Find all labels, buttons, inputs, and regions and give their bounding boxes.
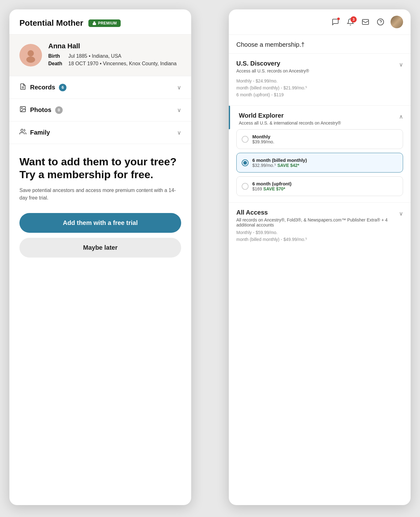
records-label: Records	[30, 84, 55, 91]
birth-label: Birth	[48, 53, 65, 59]
we-option-6month-billed[interactable]: 6 month (billed monthly) $32.99/mo.⁵ SAV…	[236, 153, 403, 173]
family-label: Family	[30, 129, 50, 136]
world-explorer-plan: World Explorer Access all U.S. & interna…	[229, 106, 411, 203]
photos-label: Photos	[30, 106, 51, 114]
us-discovery-pricing: Monthly - $24.99/mo. month (billed month…	[229, 78, 411, 105]
we-option-6month-billed-label: 6 month (billed monthly)	[252, 157, 307, 163]
us-discovery-plan: U.S. Discovery Access all U.S. records o…	[229, 54, 411, 106]
we-radio-monthly	[242, 136, 249, 143]
top-nav: 3	[229, 9, 411, 35]
death-label: Death	[48, 61, 65, 67]
we-radio-inner-6month-billed	[243, 161, 247, 165]
bell-icon[interactable]: 3	[345, 17, 355, 27]
avatar[interactable]	[391, 16, 403, 28]
right-panel: 3 Choose a membership.† U.S. Discovery A…	[229, 9, 411, 505]
message-icon[interactable]	[360, 17, 370, 27]
person-details: Anna Hall Birth Jul 1885 • Indiana, USA …	[48, 42, 181, 68]
we-option-monthly-label: Monthly	[252, 134, 274, 139]
svg-rect-3	[92, 23, 96, 25]
photos-row-left: Photos 0	[19, 106, 63, 114]
we-option-monthly-price: $39.99/mo.	[252, 139, 274, 144]
cta-headline: Want to add them to your tree? Try a mem…	[19, 155, 181, 181]
birth-value: Jul 1885 • Indiana, USA	[68, 53, 121, 59]
person-info: Anna Hall Birth Jul 1885 • Indiana, USA …	[9, 35, 191, 76]
records-count: 6	[59, 84, 66, 91]
records-icon	[19, 83, 26, 92]
we-option-6month-billed-text: 6 month (billed monthly) $32.99/mo.⁵ SAV…	[252, 157, 307, 168]
family-section[interactable]: Family ∨	[9, 121, 191, 144]
we-option-6month-upfront-text: 6 month (upfront) $169 SAVE $70*	[252, 181, 291, 191]
world-explorer-chevron: ∧	[399, 113, 403, 120]
all-access-plan: All Access All records on Ancestry®, Fol…	[229, 203, 411, 250]
svg-point-5	[26, 56, 35, 63]
we-option-6month-upfront-price: $169 SAVE $70*	[252, 186, 291, 191]
photos-count: 0	[55, 106, 63, 114]
death-value: 18 OCT 1970 • Vincennes, Knox County, In…	[68, 61, 176, 67]
us-discovery-price-3: 6 month (upfront) - $119	[236, 92, 403, 97]
add-free-trial-button[interactable]: Add them with a free trial	[19, 213, 181, 233]
svg-rect-0	[362, 19, 369, 24]
records-row-left: Records 6	[19, 83, 66, 92]
we-option-6month-upfront-label: 6 month (upfront)	[252, 181, 291, 186]
us-discovery-price-2: month (billed monthly) - $21.99/mo.⁵	[236, 85, 403, 90]
all-access-name: All Access	[236, 209, 395, 216]
family-icon	[19, 128, 26, 137]
membership-title: Choose a membership.†	[229, 35, 411, 54]
person-name: Anna Hall	[48, 42, 181, 50]
records-chevron: ∨	[177, 84, 181, 91]
world-explorer-options: Monthly $39.99/mo. 6 month (billed month…	[229, 129, 411, 202]
help-icon[interactable]	[375, 17, 386, 27]
all-access-price-1: Monthly - $59.99/mo.	[236, 230, 403, 235]
all-access-price-2: month (billed monthly) - $49.99/mo.⁵	[236, 237, 403, 242]
photos-chevron: ∨	[177, 107, 181, 114]
svg-point-4	[28, 50, 34, 56]
all-access-desc: All records on Ancestry®, Fold3®, & News…	[236, 217, 395, 227]
world-explorer-accent-bar	[229, 106, 230, 129]
chat-icon[interactable]	[330, 17, 340, 27]
cta-section: Want to add them to your tree? Try a mem…	[9, 144, 191, 268]
svg-point-9	[21, 108, 22, 109]
notification-count: 3	[350, 16, 357, 23]
cta-subtext: Save potential ancestors and access more…	[19, 187, 181, 202]
we-option-6month-upfront[interactable]: 6 month (upfront) $169 SAVE $70*	[236, 176, 403, 196]
we-radio-6month-billed	[242, 159, 249, 166]
person-title: Potential Mother	[19, 18, 83, 28]
us-discovery-desc: Access all U.S. records on Ancestry®	[236, 68, 395, 73]
us-discovery-name: U.S. Discovery	[236, 60, 395, 67]
person-birth: Birth Jul 1885 • Indiana, USA	[48, 53, 181, 59]
person-header: Potential Mother PREMIUM	[9, 9, 191, 35]
us-discovery-chevron: ∨	[399, 61, 403, 68]
all-access-chevron: ∨	[399, 210, 403, 217]
us-discovery-header[interactable]: U.S. Discovery Access all U.S. records o…	[229, 54, 411, 78]
person-avatar	[19, 44, 42, 67]
family-chevron: ∨	[177, 129, 181, 136]
maybe-later-button[interactable]: Maybe later	[19, 238, 181, 258]
photos-section[interactable]: Photos 0 ∨	[9, 99, 191, 121]
we-option-monthly[interactable]: Monthly $39.99/mo.	[236, 129, 403, 149]
all-access-pricing: Monthly - $59.99/mo. month (billed month…	[229, 230, 411, 250]
world-explorer-header[interactable]: World Explorer Access all U.S. & interna…	[229, 106, 411, 129]
we-option-monthly-text: Monthly $39.99/mo.	[252, 134, 274, 144]
svg-point-10	[21, 129, 23, 131]
all-access-header[interactable]: All Access All records on Ancestry®, Fol…	[229, 203, 411, 230]
left-panel: Potential Mother PREMIUM Anna Hall Birth…	[9, 9, 191, 505]
world-explorer-name: World Explorer	[239, 112, 395, 119]
us-discovery-price-1: Monthly - $24.99/mo.	[236, 78, 403, 83]
we-radio-6month-upfront	[242, 183, 249, 190]
records-section[interactable]: Records 6 ∨	[9, 76, 191, 99]
we-option-6month-billed-price: $32.99/mo.⁵ SAVE $42*	[252, 163, 307, 168]
premium-badge: PREMIUM	[88, 19, 121, 27]
photos-icon	[19, 106, 26, 114]
person-death: Death 18 OCT 1970 • Vincennes, Knox Coun…	[48, 61, 181, 67]
family-row-left: Family	[19, 128, 50, 137]
chat-notification-dot	[337, 18, 340, 20]
world-explorer-desc: Access all U.S. & international records …	[239, 120, 395, 125]
